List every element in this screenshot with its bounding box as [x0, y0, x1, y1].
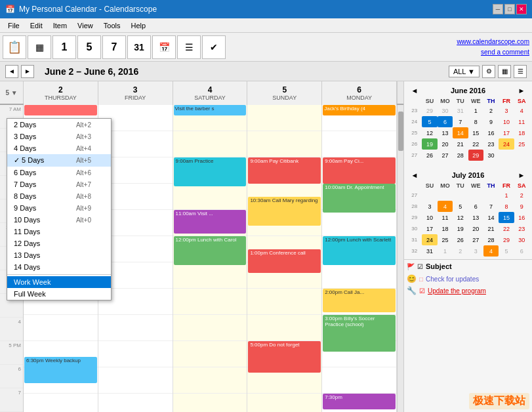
- menu-view[interactable]: View: [72, 20, 98, 31]
- dropdown-7days[interactable]: 7 DaysAlt+7: [7, 178, 111, 190]
- day-jun7[interactable]: 7: [453, 116, 468, 127]
- event-thu-red[interactable]: [24, 105, 97, 115]
- day-jun24[interactable]: 24: [499, 138, 514, 150]
- settings-button[interactable]: ⚙: [482, 65, 495, 78]
- day-jun10[interactable]: 10: [499, 116, 514, 127]
- day-aug6[interactable]: 6: [514, 245, 529, 257]
- day-jun22[interactable]: 22: [468, 138, 483, 150]
- event-mon-birthday[interactable]: Jack's Birthday (4: [323, 105, 396, 115]
- day-jul15-today[interactable]: 15: [499, 212, 514, 223]
- day-jul20[interactable]: 20: [468, 223, 483, 234]
- dropdown-fullweek[interactable]: Full Week: [7, 288, 111, 300]
- day-jul13[interactable]: 13: [468, 212, 483, 223]
- list-view-button[interactable]: ☰: [177, 35, 201, 59]
- day-31-om[interactable]: 31: [453, 105, 468, 116]
- day31-button[interactable]: 31: [127, 35, 151, 59]
- day-jun2[interactable]: 2: [483, 105, 499, 116]
- day-jul28[interactable]: 28: [483, 234, 499, 245]
- header-sat[interactable]: 4 SATURDAY: [173, 81, 248, 105]
- all-button[interactable]: ALL ▼: [449, 66, 480, 77]
- day-aug5[interactable]: 5: [499, 245, 514, 257]
- view-toggle-button[interactable]: ▦: [498, 65, 511, 78]
- day-jun25[interactable]: 25: [514, 138, 529, 150]
- header-thu[interactable]: 2 THURSDAY: [24, 81, 98, 105]
- list-toggle-button[interactable]: ☰: [514, 65, 527, 78]
- day-jun16[interactable]: 16: [483, 127, 499, 138]
- dropdown-3days[interactable]: 3 DaysAlt+3: [7, 131, 111, 142]
- day-jul16[interactable]: 16: [514, 212, 529, 223]
- menu-item[interactable]: Item: [48, 20, 72, 31]
- scrollbar-thumb[interactable]: [398, 112, 403, 151]
- day-jul9[interactable]: 9: [514, 201, 529, 212]
- day-jul6[interactable]: 6: [468, 201, 483, 212]
- day-jul2[interactable]: 2: [514, 190, 529, 201]
- vertical-scrollbar[interactable]: [397, 105, 403, 412]
- day-jun28[interactable]: 28: [453, 150, 468, 161]
- task1-label[interactable]: Check for updates: [426, 276, 479, 283]
- dropdown-9days[interactable]: 9 DaysAlt+9: [7, 202, 111, 214]
- day7-button[interactable]: 7: [102, 35, 126, 59]
- day-jun4[interactable]: 4: [514, 105, 529, 116]
- event-mon-callj[interactable]: 2:00pm Call Ja...: [323, 289, 396, 312]
- header-sun[interactable]: 5 SUNDAY: [247, 81, 322, 105]
- event-sun-conf[interactable]: 1:00pm Conference call: [248, 249, 321, 273]
- day-jun14-today[interactable]: 14: [453, 127, 468, 138]
- event-sun-citibank[interactable]: 9:00am Pay Citibank: [248, 157, 321, 184]
- day-jun11[interactable]: 11: [514, 116, 529, 127]
- day-30-om[interactable]: 30: [438, 105, 453, 116]
- dropdown-8days[interactable]: 8 DaysAlt+8: [7, 190, 111, 202]
- event-mon-payci[interactable]: 9:00am Pay Ci...: [323, 157, 396, 184]
- day-jul30[interactable]: 30: [514, 234, 529, 245]
- month-view-button[interactable]: 📅: [152, 35, 176, 59]
- day-jul1[interactable]: 1: [499, 190, 514, 201]
- website-link[interactable]: www.calendarscope.com: [457, 37, 529, 47]
- day-jul22[interactable]: 22: [499, 223, 514, 234]
- day1-button[interactable]: 1: [52, 35, 76, 59]
- new-event-button[interactable]: 📋: [3, 35, 26, 59]
- event-sat-barber[interactable]: Visit the barber s: [174, 105, 247, 115]
- day-jul11[interactable]: 11: [438, 212, 453, 223]
- day-jul27[interactable]: 27: [468, 234, 483, 245]
- day-jul8[interactable]: 8: [499, 201, 514, 212]
- day-jul26[interactable]: 26: [453, 234, 468, 245]
- day-jul29[interactable]: 29: [499, 234, 514, 245]
- event-mon-lunch-scarlett[interactable]: 12:00pm Lunch with Scarlett: [323, 236, 396, 265]
- header-mon[interactable]: 6 MONDAY: [322, 81, 397, 105]
- dropdown-14days[interactable]: 14 Days: [7, 261, 111, 273]
- dropdown-5days[interactable]: ✓ 5 DaysAlt+5: [7, 154, 111, 167]
- day-jun23[interactable]: 23: [483, 138, 499, 150]
- event-sun-donotforget[interactable]: 5:00pm Do not forget: [248, 341, 321, 373]
- event-sat-practice[interactable]: 9:00am Practice: [174, 157, 247, 186]
- week-num-header[interactable]: 5 ▼: [0, 81, 24, 104]
- event-thu-backup[interactable]: 6:30pm Weekly backup: [24, 357, 97, 383]
- event-sat-visit[interactable]: 11:00am Visit ...: [174, 210, 247, 234]
- day-jul12[interactable]: 12: [453, 212, 468, 223]
- day-jul31[interactable]: 31: [422, 245, 437, 257]
- event-sat-lunch[interactable]: 12:00pm Lunch with Carol: [174, 236, 247, 265]
- day-jun29[interactable]: 29: [468, 150, 483, 161]
- menu-help[interactable]: Help: [125, 20, 151, 31]
- next-button[interactable]: ►: [21, 65, 34, 78]
- dropdown-4days[interactable]: 4 DaysAlt+4: [7, 142, 111, 154]
- day-jun9[interactable]: 9: [483, 116, 499, 127]
- day-jul19[interactable]: 19: [453, 223, 468, 234]
- minimize-button[interactable]: ─: [493, 4, 503, 14]
- day-jul4[interactable]: 4: [438, 201, 453, 212]
- day-jun8[interactable]: 8: [468, 116, 483, 127]
- mini-cal-july-next[interactable]: ►: [516, 170, 527, 180]
- dropdown-12days[interactable]: 12 Days: [7, 237, 111, 249]
- day-aug3[interactable]: 3: [468, 245, 483, 257]
- day-29-om[interactable]: 29: [422, 105, 437, 116]
- menu-edit[interactable]: Edit: [25, 20, 48, 31]
- day-jul17[interactable]: 17: [422, 223, 437, 234]
- event-mon-soccer[interactable]: 3:00pm Billy's Soccer Practice (school): [323, 315, 396, 352]
- menu-tools[interactable]: Tools: [98, 20, 126, 31]
- prev-button[interactable]: ◄: [5, 65, 18, 78]
- day-aug2[interactable]: 2: [453, 245, 468, 257]
- day-jun3[interactable]: 3: [499, 105, 514, 116]
- dropdown-13days[interactable]: 13 Days: [7, 249, 111, 261]
- day-jun17[interactable]: 17: [499, 127, 514, 138]
- mini-cal-next[interactable]: ►: [516, 85, 527, 96]
- tasks-view-button[interactable]: ✔: [202, 35, 226, 59]
- day-jul25[interactable]: 25: [438, 234, 453, 245]
